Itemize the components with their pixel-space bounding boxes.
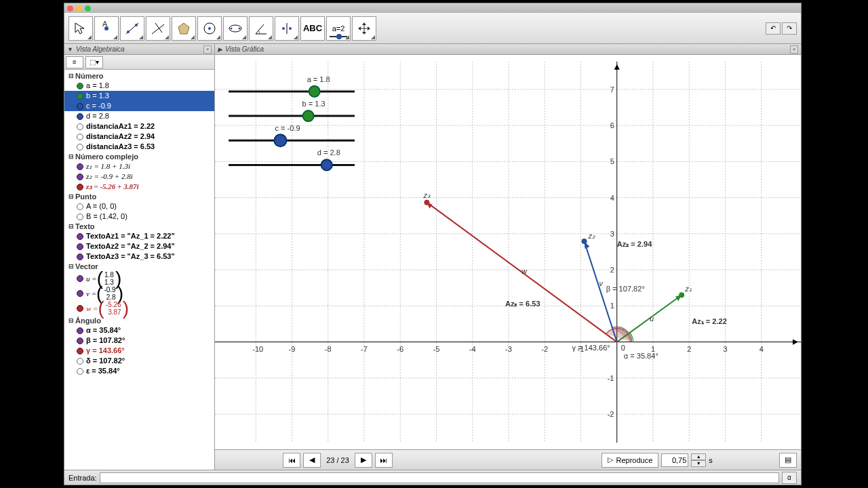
chevron-down-icon[interactable]: ▼ bbox=[67, 46, 73, 53]
vector-w[interactable]: w bbox=[427, 203, 616, 342]
collapse-icon[interactable]: ⊟ bbox=[67, 263, 75, 270]
speed-down-button[interactable]: ▼ bbox=[691, 460, 706, 467]
item-daz1[interactable]: distanciaAz1 = 2.22 bbox=[64, 121, 214, 131]
tool-angle[interactable] bbox=[249, 16, 273, 41]
item-B[interactable]: B = (1.42, 0) bbox=[64, 211, 214, 222]
text-az2[interactable]: Az₂ = 2.94 bbox=[617, 240, 652, 248]
text-az1[interactable]: Az₁ = 2.22 bbox=[692, 317, 727, 325]
titlebar[interactable] bbox=[64, 3, 801, 13]
item-t2[interactable]: TextoAz2 = "Az_2 = 2.94" bbox=[64, 241, 214, 251]
slider-a[interactable]: a = 1.8 bbox=[229, 75, 355, 97]
graphics-header[interactable]: ▶ Vista Gráfica × bbox=[215, 44, 801, 55]
item-daz3[interactable]: distanciaAz3 = 6.53 bbox=[64, 142, 214, 152]
close-panel-icon[interactable]: × bbox=[790, 45, 798, 54]
item-c[interactable]: c = -0.9 bbox=[64, 101, 214, 111]
slider-d[interactable]: d = 2.8 bbox=[229, 148, 355, 170]
input-field[interactable] bbox=[100, 472, 779, 483]
slider-c[interactable]: c = -0.9 bbox=[229, 124, 355, 146]
tool-text[interactable]: ABC bbox=[300, 16, 325, 41]
svg-point-14 bbox=[289, 27, 292, 30]
close-icon[interactable] bbox=[67, 5, 73, 12]
stylebar-toggle-aux[interactable]: ≡ bbox=[66, 56, 83, 68]
svg-text:u: u bbox=[650, 314, 654, 323]
point-z3[interactable] bbox=[424, 200, 429, 205]
item-gamma[interactable]: γ = 143.66° bbox=[64, 346, 214, 356]
point-z2[interactable] bbox=[582, 239, 587, 244]
redo-button[interactable]: ↷ bbox=[782, 22, 797, 35]
graphics-panel: ▶ Vista Gráfica × bbox=[215, 44, 801, 470]
slider-b[interactable]: b = 1.3 bbox=[229, 100, 355, 121]
item-b[interactable]: b = 1.3 bbox=[64, 91, 214, 101]
item-z3[interactable]: z₃ = -5.26 + 3.87i bbox=[64, 182, 214, 192]
nav-protocol-button[interactable]: ▤ bbox=[779, 453, 797, 468]
svg-line-5 bbox=[152, 24, 164, 34]
item-a[interactable]: a = 1.8 bbox=[64, 81, 214, 91]
collapse-icon[interactable]: ⊟ bbox=[67, 223, 75, 230]
item-z1[interactable]: z₁ = 1.8 + 1.3i bbox=[64, 161, 214, 171]
svg-text:c = -0.9: c = -0.9 bbox=[275, 124, 300, 132]
svg-marker-7 bbox=[178, 23, 189, 34]
tool-move[interactable] bbox=[68, 16, 93, 41]
nav-prev-button[interactable]: ◀ bbox=[303, 453, 321, 468]
item-delta[interactable]: δ = 107.82° bbox=[64, 356, 214, 366]
item-daz2[interactable]: distanciaAz2 = 2.94 bbox=[64, 131, 214, 142]
item-alpha[interactable]: α = 35.84° bbox=[64, 325, 214, 336]
graphics-view[interactable]: -10-9-8-7-6-5-4-3-2-101234 -2-11234567 a… bbox=[215, 55, 801, 449]
tool-line[interactable] bbox=[120, 16, 144, 41]
point-z1[interactable] bbox=[679, 292, 684, 298]
minimize-icon[interactable] bbox=[76, 5, 82, 12]
svg-text:-7: -7 bbox=[361, 345, 368, 353]
item-u[interactable]: u = 1.81.3 bbox=[64, 271, 214, 286]
text-az3[interactable]: Az₃ = 6.53 bbox=[505, 300, 540, 308]
tool-circle[interactable] bbox=[197, 16, 222, 41]
nav-speed-input[interactable] bbox=[661, 453, 688, 467]
collapse-icon[interactable]: ⊟ bbox=[67, 73, 75, 79]
tool-point[interactable]: A bbox=[94, 16, 119, 41]
svg-text:-5: -5 bbox=[433, 345, 439, 353]
chevron-right-icon[interactable]: ▶ bbox=[218, 46, 222, 53]
item-w[interactable]: w = -5.263.87 bbox=[64, 301, 214, 316]
nav-first-button[interactable]: ⏮ bbox=[283, 453, 300, 468]
item-d[interactable]: d = 2.8 bbox=[64, 111, 214, 121]
svg-text:a = 1.8: a = 1.8 bbox=[307, 75, 330, 83]
algebra-header[interactable]: ▼ Vista Algebraica × bbox=[64, 44, 214, 55]
algebra-tree[interactable]: ⊟Número a = 1.8 b = 1.3 c = -0.9 d = 2.8… bbox=[64, 70, 214, 470]
tool-transform[interactable] bbox=[275, 16, 299, 41]
svg-text:b = 1.3: b = 1.3 bbox=[302, 100, 326, 108]
text-beta: β = 107.82° bbox=[606, 285, 645, 293]
stylebar-sort[interactable]: ⬚▾ bbox=[85, 56, 103, 68]
tool-conic[interactable] bbox=[223, 16, 248, 41]
item-z2[interactable]: z₂ = -0.9 + 2.8i bbox=[64, 171, 214, 182]
collapse-icon[interactable]: ⊟ bbox=[67, 317, 75, 324]
tool-perpendicular[interactable] bbox=[146, 16, 170, 41]
graph-svg[interactable]: -10-9-8-7-6-5-4-3-2-101234 -2-11234567 a… bbox=[215, 55, 801, 449]
nav-last-button[interactable]: ⏭ bbox=[375, 453, 393, 468]
cat-punto: ⊟Punto bbox=[64, 192, 214, 201]
axis-y-ticks: -2-11234567 bbox=[608, 85, 614, 418]
item-beta[interactable]: β = 107.82° bbox=[64, 336, 214, 346]
input-help-button[interactable]: α bbox=[782, 472, 797, 484]
svg-point-76 bbox=[274, 134, 286, 146]
algebra-panel: ▼ Vista Algebraica × ≡ ⬚▾ ⊟Número a = 1.… bbox=[64, 44, 215, 470]
svg-text:-6: -6 bbox=[397, 345, 403, 353]
collapse-icon[interactable]: ⊟ bbox=[67, 153, 75, 160]
tool-slider[interactable]: a=2 bbox=[326, 16, 351, 41]
item-A[interactable]: A = (0, 0) bbox=[64, 201, 214, 211]
item-t1[interactable]: TextoAz1 = "Az_1 = 2.22" bbox=[64, 231, 214, 241]
nav-play-button[interactable]: ▷ Reproduce bbox=[601, 453, 658, 468]
tool-move-view[interactable] bbox=[352, 16, 376, 41]
input-label: Entrada: bbox=[68, 474, 97, 482]
tool-polygon[interactable] bbox=[172, 16, 196, 41]
nav-next-button[interactable]: ▶ bbox=[355, 453, 372, 468]
svg-text:7: 7 bbox=[610, 85, 614, 94]
close-panel-icon[interactable]: × bbox=[203, 45, 212, 54]
speed-up-button[interactable]: ▲ bbox=[691, 453, 706, 460]
collapse-icon[interactable]: ⊟ bbox=[67, 193, 75, 200]
undo-button[interactable]: ↶ bbox=[766, 22, 781, 35]
zoom-icon[interactable] bbox=[85, 5, 91, 12]
item-eps[interactable]: ε = 35.84° bbox=[64, 366, 214, 376]
vector-u[interactable]: u bbox=[617, 295, 682, 342]
label-z3: z₃ bbox=[422, 191, 431, 199]
item-t3[interactable]: TextoAz3 = "Az_3 = 6.53" bbox=[64, 251, 214, 262]
item-v[interactable]: v = -0.92.8 bbox=[64, 286, 214, 301]
